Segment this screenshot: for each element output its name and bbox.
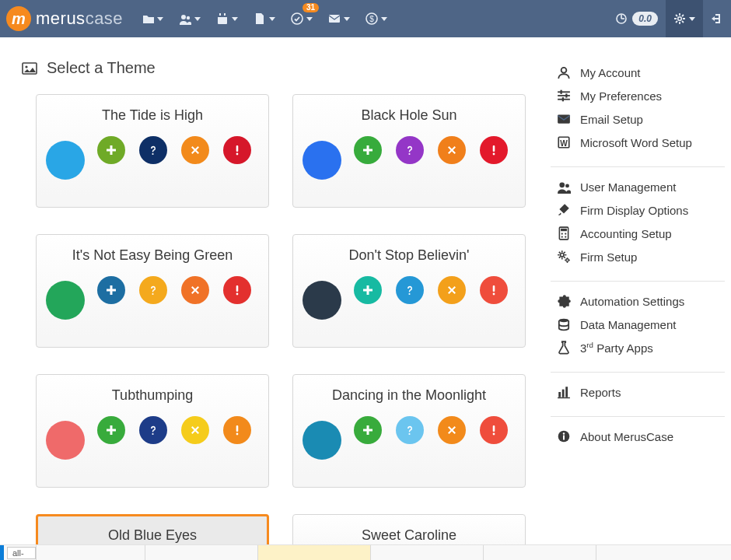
accent-swatches <box>97 276 251 304</box>
sidebar-divider <box>551 166 725 167</box>
theme-card[interactable]: It's Not Easy Being Green <box>36 234 269 348</box>
theme-name: The Tide is High <box>46 107 259 124</box>
question-swatch <box>139 276 167 304</box>
puzzle-icon <box>557 294 571 308</box>
tasks-menu[interactable]: 31 <box>283 0 320 37</box>
sidebar-item[interactable]: Accounting Setup <box>551 222 725 245</box>
sidebar-item-label: Automation Settings <box>580 295 684 308</box>
question-swatch <box>396 416 424 444</box>
sidebar-item-label: Microsoft Word Setup <box>580 136 692 149</box>
sidebar-item[interactable]: 3rd Party Apps <box>551 336 725 359</box>
user-icon <box>557 65 571 79</box>
mail-menu[interactable] <box>320 0 358 37</box>
theme-swatches <box>46 416 259 460</box>
calendar-menu[interactable] <box>208 0 246 37</box>
sidebar-section: User ManagementFirm Display OptionsAccou… <box>551 170 725 278</box>
folder-icon <box>142 12 154 25</box>
exclaim-icon <box>231 424 243 436</box>
exclaim-swatch <box>223 136 251 164</box>
theme-swatches <box>303 136 516 180</box>
theme-card[interactable]: Sweet Caroline <box>292 514 526 544</box>
theme-name: Old Blue Eyes <box>46 527 259 544</box>
question-icon <box>147 284 159 296</box>
times-swatch <box>181 136 209 164</box>
theme-card[interactable]: The Tide is High <box>36 94 269 208</box>
accent-swatches <box>97 136 251 164</box>
sidebar-item[interactable]: About MerusCase <box>551 425 725 448</box>
footer-col-today <box>258 545 371 560</box>
question-swatch <box>396 136 424 164</box>
brush-icon <box>557 203 571 217</box>
plus-icon <box>362 284 374 296</box>
question-icon <box>147 144 159 156</box>
question-swatch <box>139 136 167 164</box>
theme-grid: The Tide is HighBlack Hole SunIt's Not E… <box>36 94 535 544</box>
theme-card[interactable]: Don't Stop Believin' <box>292 234 526 348</box>
people-menu[interactable] <box>171 0 208 37</box>
users-icon <box>179 12 191 25</box>
theme-card[interactable]: Dancing in the Moonlight <box>292 374 526 488</box>
sidebar-item-label: My Account <box>580 66 641 79</box>
sidebar-item[interactable]: Microsoft Word Setup <box>551 131 725 154</box>
plus-swatch <box>354 416 382 444</box>
times-icon <box>446 144 458 156</box>
exclaim-swatch <box>480 276 508 304</box>
logo[interactable]: m meruscase <box>0 0 134 37</box>
sidebar-item[interactable]: User Management <box>551 175 725 198</box>
sidebar-item-label: My Preferences <box>580 89 662 103</box>
exclaim-icon <box>231 284 243 296</box>
cogs-icon <box>557 250 571 264</box>
exclaim-swatch <box>480 416 508 444</box>
logout-button[interactable] <box>703 0 731 37</box>
logo-mark: m <box>6 6 31 31</box>
theme-name: Tubthumping <box>46 387 259 404</box>
footer-col <box>484 545 596 560</box>
plus-swatch <box>354 276 382 304</box>
sidebar-item[interactable]: My Preferences <box>551 84 725 107</box>
sidebar-item-label: Firm Display Options <box>580 204 688 217</box>
folder-menu[interactable] <box>134 0 171 37</box>
settings-menu[interactable] <box>666 0 703 37</box>
sidebar-item-label: Reports <box>580 386 621 399</box>
times-swatch <box>438 276 466 304</box>
primary-swatch <box>303 141 341 180</box>
theme-card[interactable]: Old Blue Eyes <box>36 514 269 544</box>
exclaim-icon <box>488 144 500 156</box>
times-swatch <box>438 416 466 444</box>
primary-swatch <box>46 141 85 180</box>
chart-icon <box>557 385 571 399</box>
sidebar-divider <box>551 416 725 417</box>
sidebar-item[interactable]: Email Setup <box>551 107 725 131</box>
sidebar-item[interactable]: Reports <box>551 380 725 404</box>
theme-swatches <box>303 416 516 460</box>
exclaim-icon <box>488 284 500 296</box>
plus-swatch <box>354 136 382 164</box>
plus-swatch <box>97 276 125 304</box>
sidebar-item[interactable]: Firm Setup <box>551 245 725 268</box>
calendar-icon <box>216 12 229 25</box>
page-title: Select a Theme <box>47 59 156 77</box>
db-icon <box>557 317 571 331</box>
users-icon <box>557 180 571 194</box>
plus-icon <box>105 144 117 156</box>
plus-icon <box>362 144 374 156</box>
sidebar-item[interactable]: Firm Display Options <box>551 198 725 222</box>
document-menu[interactable] <box>246 0 283 37</box>
gear-icon <box>673 12 686 25</box>
sidebar-item[interactable]: My Account <box>551 61 725 84</box>
theme-card[interactable]: Tubthumping <box>36 374 269 488</box>
billing-menu[interactable] <box>358 0 395 37</box>
topbar: m meruscase 31 0.0 <box>0 0 731 37</box>
primary-swatch <box>46 421 85 460</box>
theme-card[interactable]: Black Hole Sun <box>292 94 526 208</box>
sidebar-section: Reports <box>551 376 725 413</box>
calendar-footer: all-day <box>0 544 731 560</box>
document-icon <box>254 12 266 25</box>
sidebar-section: Automation SettingsData Management3rd Pa… <box>551 285 725 369</box>
primary-swatch <box>303 281 341 320</box>
timer-button[interactable]: 0.0 <box>607 0 666 37</box>
theme-name: It's Not Easy Being Green <box>46 247 259 264</box>
sidebar-item[interactable]: Data Management <box>551 313 725 336</box>
sidebar-item[interactable]: Automation Settings <box>551 289 725 313</box>
footer-col <box>145 545 258 560</box>
